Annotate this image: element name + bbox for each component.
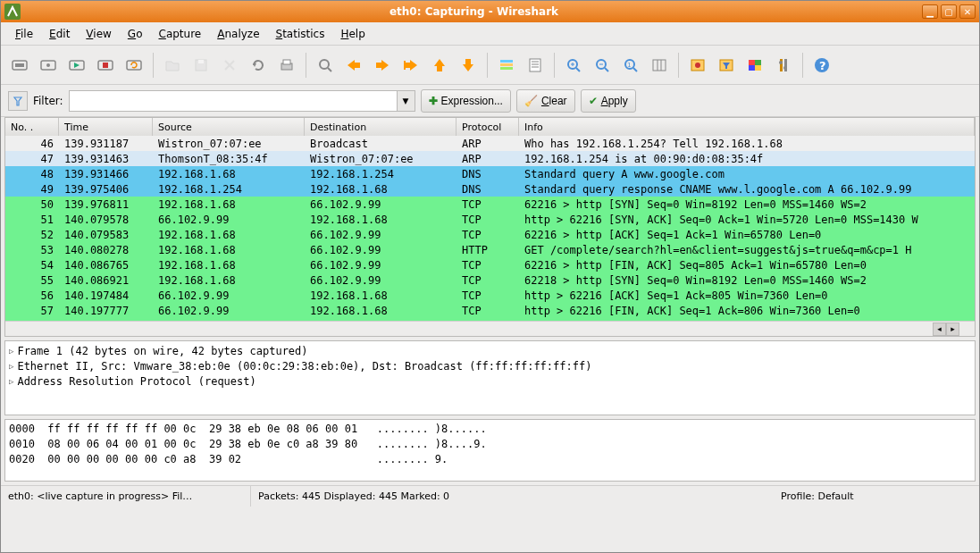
display-filters-icon[interactable] bbox=[713, 52, 740, 79]
packet-row[interactable]: 57140.19777766.102.9.99192.168.1.68TCPht… bbox=[5, 303, 975, 318]
svg-rect-25 bbox=[530, 59, 540, 71]
help-icon[interactable]: ? bbox=[808, 52, 835, 79]
svg-point-52 bbox=[783, 66, 787, 70]
packet-row[interactable]: 54140.086765192.168.1.6866.102.9.99TCP62… bbox=[5, 257, 975, 272]
menu-help[interactable]: Help bbox=[333, 25, 372, 43]
capture-filters-icon[interactable] bbox=[684, 52, 711, 79]
interfaces-icon[interactable] bbox=[6, 52, 33, 79]
start-capture-icon[interactable] bbox=[63, 52, 90, 79]
svg-text:1: 1 bbox=[627, 62, 631, 69]
close-file-icon bbox=[216, 52, 243, 79]
packet-row[interactable]: 46139.931187Wistron_07:07:eeBroadcastARP… bbox=[5, 136, 975, 151]
print-icon[interactable] bbox=[273, 52, 300, 79]
packet-details[interactable]: ▷Frame 1 (42 bytes on wire, 42 bytes cap… bbox=[4, 340, 976, 415]
packet-list: No. . Time Source Destination Protocol I… bbox=[4, 117, 976, 337]
minimize-button[interactable]: ▁ bbox=[922, 4, 938, 19]
filter-toolbar: Filter: ▼ ✚ Expression... 🧹 Clear ✔ Appl… bbox=[1, 85, 979, 117]
statusbar: eth0: <live capture in progress> Fil… Pa… bbox=[1, 485, 979, 507]
expression-button[interactable]: ✚ Expression... bbox=[421, 89, 511, 113]
menu-statistics[interactable]: Statistics bbox=[269, 25, 332, 43]
svg-rect-22 bbox=[500, 60, 513, 63]
go-first-icon[interactable] bbox=[426, 52, 453, 79]
go-back-icon[interactable] bbox=[340, 52, 367, 79]
svg-rect-24 bbox=[500, 67, 513, 70]
svg-rect-39 bbox=[653, 60, 666, 71]
go-forward-icon[interactable] bbox=[369, 52, 396, 79]
packet-row[interactable]: 49139.975406192.168.1.254192.168.1.68DNS… bbox=[5, 181, 975, 197]
autoscroll-icon[interactable] bbox=[522, 52, 549, 79]
svg-marker-21 bbox=[463, 59, 473, 71]
expand-icon[interactable]: ▷ bbox=[9, 362, 13, 371]
svg-rect-47 bbox=[749, 65, 755, 71]
packet-row[interactable]: 50139.976811192.168.1.6866.102.9.99TCP62… bbox=[5, 197, 975, 212]
detail-row[interactable]: ▷Address Resolution Protocol (request) bbox=[9, 373, 971, 389]
col-protocol[interactable]: Protocol bbox=[456, 118, 519, 136]
filter-bookmark-button[interactable] bbox=[8, 91, 28, 111]
svg-rect-46 bbox=[755, 60, 761, 65]
colorize-icon[interactable] bbox=[493, 52, 520, 79]
col-info[interactable]: Info bbox=[519, 118, 975, 136]
expand-icon[interactable]: ▷ bbox=[9, 377, 13, 386]
maximize-button[interactable]: ▢ bbox=[941, 4, 957, 19]
resize-columns-icon[interactable] bbox=[646, 52, 673, 79]
menu-analyze[interactable]: Analyze bbox=[210, 25, 266, 43]
svg-rect-1 bbox=[15, 63, 24, 67]
expand-icon[interactable]: ▷ bbox=[9, 347, 13, 356]
go-last-icon[interactable] bbox=[455, 52, 482, 79]
svg-line-30 bbox=[576, 68, 580, 71]
menu-view[interactable]: View bbox=[79, 25, 118, 43]
filter-input[interactable] bbox=[69, 90, 398, 112]
col-time[interactable]: Time bbox=[59, 118, 153, 136]
packet-bytes[interactable]: 0000 ff ff ff ff ff ff 00 0c 29 38 eb 0e… bbox=[4, 419, 976, 482]
svg-rect-7 bbox=[103, 63, 108, 68]
menu-capture[interactable]: Capture bbox=[151, 25, 208, 43]
svg-marker-16 bbox=[348, 60, 360, 71]
menu-go[interactable]: Go bbox=[121, 25, 150, 43]
menu-edit[interactable]: Edit bbox=[42, 25, 77, 43]
col-destination[interactable]: Destination bbox=[305, 118, 456, 136]
col-source[interactable]: Source bbox=[153, 118, 305, 136]
col-no[interactable]: No. . bbox=[5, 118, 59, 136]
svg-marker-20 bbox=[434, 59, 445, 71]
svg-point-3 bbox=[46, 63, 50, 67]
preferences-icon[interactable] bbox=[770, 52, 797, 79]
detail-row[interactable]: ▷Ethernet II, Src: Vmware_38:eb:0e (00:0… bbox=[9, 358, 971, 373]
packet-row[interactable]: 47139.931463ThomsonT_08:35:4fWistron_07:… bbox=[5, 151, 975, 166]
packet-row[interactable]: 48139.931466192.168.1.68192.168.1.254DNS… bbox=[5, 166, 975, 181]
packet-row[interactable]: 55140.086921192.168.1.6866.102.9.99TCP62… bbox=[5, 272, 975, 288]
zoom-out-icon[interactable] bbox=[589, 52, 616, 79]
find-icon[interactable] bbox=[312, 52, 339, 79]
restart-capture-icon[interactable] bbox=[121, 52, 147, 79]
packet-row[interactable]: 56140.19748466.102.9.99192.168.1.68TCPht… bbox=[5, 288, 975, 303]
open-icon bbox=[159, 52, 186, 79]
filter-dropdown-button[interactable]: ▼ bbox=[398, 90, 415, 112]
zoom-in-icon[interactable] bbox=[560, 52, 587, 79]
packet-row[interactable]: 51140.07957866.102.9.99192.168.1.68TCPht… bbox=[5, 212, 975, 227]
svg-marker-5 bbox=[74, 63, 80, 68]
horizontal-scrollbar[interactable]: ◂ ▸ bbox=[5, 321, 975, 336]
packet-row[interactable]: 53140.080278192.168.1.6866.102.9.99HTTPG… bbox=[5, 242, 975, 257]
clear-button[interactable]: 🧹 Clear bbox=[516, 89, 575, 113]
scroll-right-icon[interactable]: ▸ bbox=[946, 323, 959, 336]
close-button[interactable]: ✕ bbox=[959, 4, 976, 19]
go-to-icon[interactable] bbox=[398, 52, 424, 79]
svg-rect-48 bbox=[755, 65, 761, 71]
scroll-left-icon[interactable]: ◂ bbox=[933, 323, 946, 336]
detail-row[interactable]: ▷Frame 1 (42 bytes on wire, 42 bytes cap… bbox=[9, 343, 971, 358]
apply-button[interactable]: ✔ Apply bbox=[581, 89, 636, 113]
stop-capture-icon[interactable] bbox=[92, 52, 119, 79]
reload-icon[interactable] bbox=[245, 52, 272, 79]
packet-row[interactable]: 52140.079583192.168.1.6866.102.9.99TCP62… bbox=[5, 227, 975, 242]
filter-label: Filter: bbox=[33, 95, 63, 107]
menu-file[interactable]: File bbox=[8, 25, 40, 43]
svg-rect-45 bbox=[749, 60, 755, 65]
packet-list-body[interactable]: 46139.931187Wistron_07:07:eeBroadcastARP… bbox=[5, 136, 975, 321]
coloring-rules-icon[interactable] bbox=[741, 52, 768, 79]
window-controls: ▁ ▢ ✕ bbox=[922, 4, 976, 19]
svg-rect-23 bbox=[500, 63, 513, 66]
zoom-reset-icon[interactable]: 1 bbox=[617, 52, 644, 79]
menubar: FileEditViewGoCaptureAnalyzeStatisticsHe… bbox=[1, 22, 979, 46]
options-icon[interactable] bbox=[35, 52, 62, 79]
status-packets: Packets: 445 Displayed: 445 Marked: 0 bbox=[251, 486, 774, 507]
svg-line-37 bbox=[633, 68, 637, 71]
